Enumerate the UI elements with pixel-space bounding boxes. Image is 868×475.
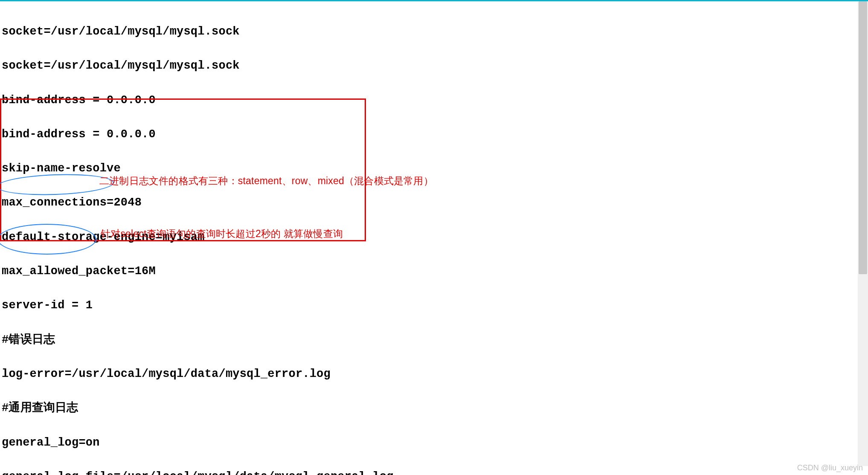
config-line: bind-address = 0.0.0.0 bbox=[2, 95, 868, 106]
config-line: #错误日志 bbox=[2, 334, 868, 345]
annotation-binlog-format: 二进制日志文件的格式有三种：statement、row、mixed（混合模式是常… bbox=[99, 176, 433, 186]
annotation-long-query: 针对select查询语句的查询时长超过2秒的 就算做慢查询 bbox=[101, 229, 343, 239]
config-line: general_log=on bbox=[2, 437, 868, 448]
vertical-scrollbar[interactable] bbox=[858, 1, 868, 466]
scrollbar-thumb[interactable] bbox=[859, 1, 867, 274]
config-line: max_allowed_packet=16M bbox=[2, 266, 868, 277]
config-line: socket=/usr/local/mysql/mysql.sock bbox=[2, 26, 868, 37]
config-line: socket=/usr/local/mysql/mysql.sock bbox=[2, 60, 868, 71]
highlight-ellipse-binlog bbox=[0, 172, 114, 197]
watermark-text: CSDN @liu_xueyin bbox=[797, 464, 863, 472]
config-line: max_connections=2048 bbox=[2, 197, 868, 208]
text-editor-area[interactable]: socket=/usr/local/mysql/mysql.sock socke… bbox=[0, 1, 868, 475]
config-line: general_log_file=/usr/local/mysql/data/m… bbox=[2, 471, 868, 475]
config-line: skip-name-resolve bbox=[2, 163, 868, 174]
config-line: log-error=/usr/local/mysql/data/mysql_er… bbox=[2, 368, 868, 379]
config-line: #通用查询日志 bbox=[2, 403, 868, 414]
config-line: bind-address = 0.0.0.0 bbox=[2, 129, 868, 140]
config-line: server-id = 1 bbox=[2, 300, 868, 311]
